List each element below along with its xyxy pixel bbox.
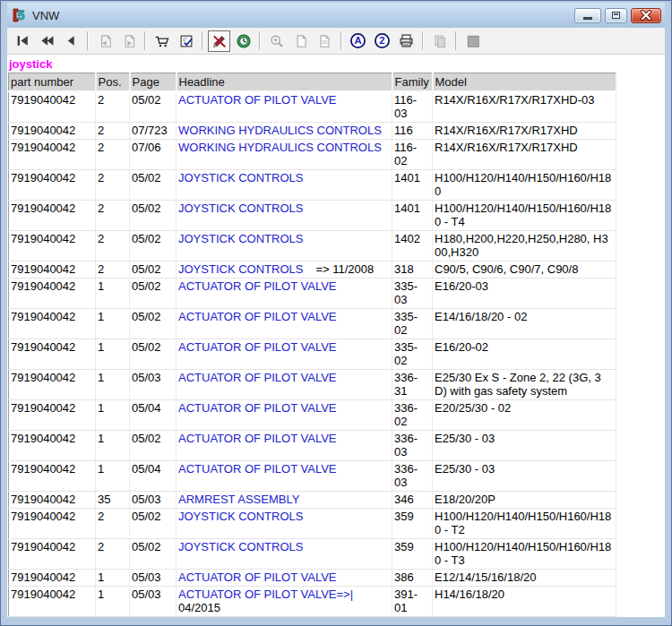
cell-family: 359	[392, 539, 433, 570]
col-header-model[interactable]: Model	[433, 73, 616, 92]
headline-link[interactable]: ACTUATOR OF PILOT VALVE	[178, 401, 337, 415]
table-row[interactable]: 7919040042 2 05/02 JOYSTICK CONTROLS 140…	[9, 231, 616, 262]
circled-2-button[interactable]: 2	[371, 30, 393, 52]
headline-link[interactable]: JOYSTICK CONTROLS	[178, 171, 303, 184]
col-header-family[interactable]: Family	[392, 73, 433, 92]
table-row[interactable]: 7919040042 1 05/03 ACTUATOR OF PILOT VAL…	[9, 587, 616, 617]
cell-pos: 2	[96, 231, 130, 262]
cell-family: 116-03	[392, 91, 433, 123]
table-row[interactable]: 7919040042 1 05/03 ACTUATOR OF PILOT VAL…	[9, 570, 616, 587]
toolbar-separator	[202, 31, 203, 50]
cell-headline: ACTUATOR OF PILOT VALVE=>|04/2015	[177, 587, 392, 617]
previous-fast-button[interactable]	[36, 30, 58, 52]
circled-a-icon: A	[349, 32, 366, 49]
cell-headline: JOYSTICK CONTROLS	[177, 509, 392, 539]
headline-link[interactable]: ACTUATOR OF PILOT VALVE	[178, 279, 337, 293]
table-row[interactable]: 7919040042 35 05/03 ARMREST ASSEMBLY 346…	[9, 492, 616, 509]
headline-link[interactable]: ACTUATOR OF PILOT VALVE	[178, 310, 337, 323]
document-back-button	[93, 30, 116, 52]
headline-link[interactable]: WORKING HYDRAULICS CONTROLS	[178, 124, 382, 137]
headline-link[interactable]: JOYSTICK CONTROLS	[178, 510, 303, 523]
table-row[interactable]: 7919040042 2 05/02 JOYSTICK CONTROLS 140…	[9, 201, 616, 231]
cell-page: 05/04	[130, 617, 177, 618]
cell-pos: 1	[96, 570, 130, 587]
cell-family: 346	[392, 492, 433, 509]
table-row[interactable]: 7919040042 2 05/02 JOYSTICK CONTROLS=> 1…	[9, 262, 616, 279]
headline-link[interactable]: WORKING HYDRAULICS CONTROLS	[178, 141, 382, 154]
table-row[interactable]: 7919040042 1 05/04 ACTUATOR OF PILOT VAL…	[9, 400, 616, 431]
headline-link[interactable]: ACTUATOR OF PILOT VALVE=>|	[178, 587, 353, 601]
headline-link[interactable]: JOYSTICK CONTROLS	[178, 232, 303, 245]
col-header-page[interactable]: Page	[130, 73, 177, 92]
vnw-5-logo-icon: 5	[11, 7, 27, 23]
print-icon	[398, 32, 415, 49]
cell-part-number: 7919040042	[9, 370, 96, 400]
clock-button[interactable]	[232, 30, 254, 52]
cell-page: 05/03	[130, 587, 177, 617]
circled-a-button[interactable]: A	[347, 30, 369, 52]
cell-headline: ACTUATOR OF PILOT VALVE	[177, 309, 392, 339]
maximize-button[interactable]	[605, 8, 627, 23]
headline-link[interactable]: JOYSTICK CONTROLS	[178, 540, 303, 553]
col-header-pos[interactable]: Pos.	[96, 73, 130, 92]
cell-family: 116	[392, 123, 433, 140]
cell-pos: 1	[96, 339, 130, 370]
cell-headline: JOYSTICK CONTROLS	[177, 539, 392, 570]
cell-model: E18/20/20P	[433, 492, 616, 509]
previous-record-button[interactable]	[60, 30, 82, 52]
headline-link[interactable]: JOYSTICK CONTROLS	[178, 202, 303, 215]
cell-headline: ACTUATOR OF PILOT VALVE	[177, 370, 392, 400]
table-row[interactable]: 7919040042 2 05/02 JOYSTICK CONTROLS 359…	[9, 539, 616, 570]
table-row[interactable]: 7919040042 2 05/02 JOYSTICK CONTROLS 140…	[9, 170, 616, 201]
table-row[interactable]: 7919040042 2 05/02 ACTUATOR OF PILOT VAL…	[9, 91, 616, 123]
cell-family: 336-02	[392, 400, 433, 431]
table-row[interactable]: 7919040042 1 05/04 ACTUATOR OF PILOT VAL…	[9, 617, 616, 618]
app-window: 5 VNW	[0, 0, 672, 626]
headline-link[interactable]: ACTUATOR OF PILOT VALVE	[178, 340, 337, 354]
minimize-button[interactable]	[574, 8, 601, 23]
headline-link[interactable]: ARMREST ASSEMBLY	[178, 493, 299, 506]
cell-family: 386	[392, 570, 433, 587]
cell-page: 07/723	[130, 123, 177, 140]
print-button[interactable]	[395, 30, 418, 52]
headline-link[interactable]: JOYSTICK CONTROLS	[178, 262, 303, 276]
cell-page: 05/02	[130, 431, 177, 461]
order-form-button[interactable]	[175, 30, 197, 52]
headline-link[interactable]: ACTUATOR OF PILOT VALVE	[178, 570, 337, 584]
table-row[interactable]: 7919040042 1 05/02 ACTUATOR OF PILOT VAL…	[9, 309, 616, 339]
table-row[interactable]: 7919040042 1 05/03 ACTUATOR OF PILOT VAL…	[9, 370, 616, 400]
table-row[interactable]: 7919040042 1 05/04 ACTUATOR OF PILOT VAL…	[9, 461, 616, 492]
table-row[interactable]: 7919040042 2 05/02 JOYSTICK CONTROLS 359…	[9, 509, 616, 539]
cell-page: 05/02	[130, 262, 177, 279]
toolbar-separator	[259, 31, 261, 50]
headline-link[interactable]: ACTUATOR OF PILOT VALVE	[178, 371, 337, 384]
table-row[interactable]: 7919040042 2 07/06 WORKING HYDRAULICS CO…	[9, 140, 616, 170]
first-record-icon	[15, 33, 30, 48]
shopping-cart-button[interactable]	[151, 30, 173, 52]
cell-model: H14/16/18/20	[433, 587, 616, 617]
cell-model: E25/30 - 03	[433, 461, 616, 492]
cell-model: E14/16/18/20 - 02	[433, 309, 616, 339]
table-row[interactable]: 7919040042 1 05/02 ACTUATOR OF PILOT VAL…	[9, 339, 616, 370]
close-button[interactable]	[631, 8, 661, 23]
first-record-button[interactable]	[12, 30, 34, 52]
cell-part-number: 7919040042	[9, 123, 96, 140]
table-row[interactable]: 7919040042 1 05/02 ACTUATOR OF PILOT VAL…	[9, 279, 616, 309]
cell-headline: ACTUATOR OF PILOT VALVE	[177, 400, 392, 431]
headline-link[interactable]: ACTUATOR OF PILOT VALVE	[178, 462, 337, 476]
cell-model: E12/14/15/16/18/20	[433, 570, 616, 587]
cell-model: H100/H120/H140/H150/H160/H180	[433, 170, 616, 201]
headline-link[interactable]: ACTUATOR OF PILOT VALVE	[178, 432, 337, 445]
col-header-part-number[interactable]: part number	[9, 73, 96, 92]
titlebar[interactable]: 5 VNW	[7, 3, 665, 28]
cell-family: 336-03	[392, 461, 433, 492]
shopping-cart-icon	[154, 33, 170, 49]
table-row[interactable]: 7919040042 1 05/02 ACTUATOR OF PILOT VAL…	[9, 431, 616, 461]
col-header-headline[interactable]: Headline	[177, 73, 392, 92]
no-edit-pen-button[interactable]	[208, 30, 230, 52]
cell-headline: JOYSTICK CONTROLS	[177, 201, 392, 231]
cell-page: 05/03	[130, 570, 177, 587]
headline-link[interactable]: ACTUATOR OF PILOT VALVE	[178, 93, 337, 107]
table-row[interactable]: 7919040042 2 07/723 WORKING HYDRAULICS C…	[9, 123, 616, 140]
cell-part-number: 7919040042	[9, 431, 96, 461]
